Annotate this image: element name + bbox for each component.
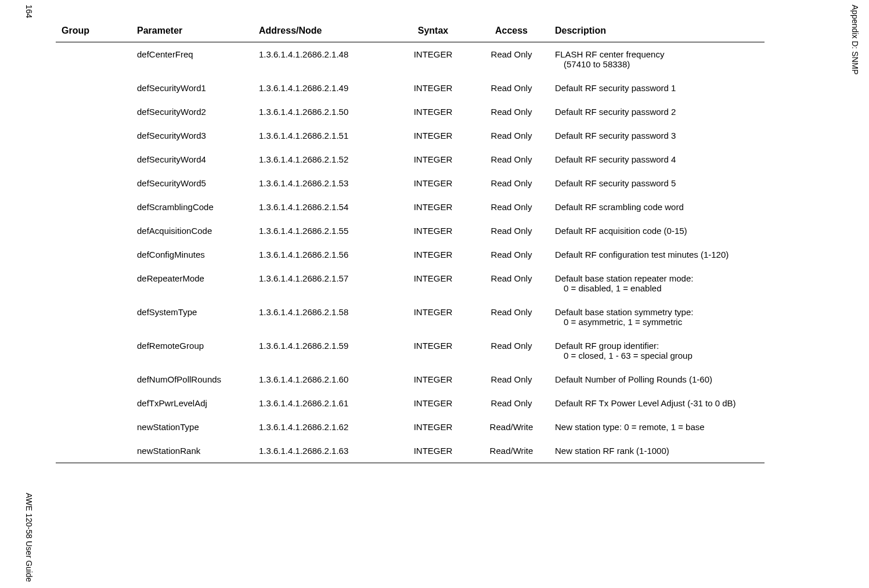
cell-group bbox=[56, 334, 131, 367]
cell-access: Read Only bbox=[474, 171, 549, 195]
desc-line1: Default Number of Polling Rounds (1-60) bbox=[555, 374, 712, 384]
cell-access: Read Only bbox=[474, 124, 549, 147]
cell-group bbox=[56, 147, 131, 171]
cell-parameter: defRemoteGroup bbox=[131, 334, 253, 367]
cell-group bbox=[56, 243, 131, 266]
desc-line1: New station RF rank (1-1000) bbox=[555, 446, 669, 456]
cell-group bbox=[56, 195, 131, 219]
cell-syntax: INTEGER bbox=[392, 219, 474, 243]
page: 164 Appendix D: SNMP AWE 120-58 User Gui… bbox=[0, 0, 869, 588]
cell-syntax: INTEGER bbox=[392, 391, 474, 415]
col-access: Access bbox=[474, 26, 549, 42]
cell-parameter: defSecurityWord3 bbox=[131, 124, 253, 147]
cell-parameter: newStationRank bbox=[131, 439, 253, 463]
cell-access: Read Only bbox=[474, 195, 549, 219]
footer-guide: AWE 120-58 User Guide bbox=[24, 493, 34, 582]
cell-description: Default base station repeater mode:0 = d… bbox=[549, 266, 765, 300]
cell-description: Default RF security password 5 bbox=[549, 171, 765, 195]
cell-group bbox=[56, 391, 131, 415]
table-row: defAcquisitionCode1.3.6.1.4.1.2686.2.1.5… bbox=[56, 219, 765, 243]
desc-line2: 0 = closed, 1 - 63 = special group bbox=[555, 351, 759, 360]
cell-syntax: INTEGER bbox=[392, 415, 474, 439]
cell-group bbox=[56, 439, 131, 463]
cell-access: Read Only bbox=[474, 42, 549, 77]
desc-line1: Default RF configuration test minutes (1… bbox=[555, 250, 729, 259]
table-row: defSecurityWord11.3.6.1.4.1.2686.2.1.49I… bbox=[56, 76, 765, 100]
cell-parameter: defConfigMinutes bbox=[131, 243, 253, 266]
cell-access: Read Only bbox=[474, 300, 549, 334]
cell-address: 1.3.6.1.4.1.2686.2.1.57 bbox=[253, 266, 392, 300]
cell-address: 1.3.6.1.4.1.2686.2.1.48 bbox=[253, 42, 392, 77]
cell-group bbox=[56, 300, 131, 334]
cell-description: FLASH RF center frequency(57410 to 58338… bbox=[549, 42, 765, 77]
table-row: defConfigMinutes1.3.6.1.4.1.2686.2.1.56I… bbox=[56, 243, 765, 266]
table-header-row: Group Parameter Address/Node Syntax Acce… bbox=[56, 26, 765, 42]
cell-parameter: deRepeaterMode bbox=[131, 266, 253, 300]
cell-description: New station RF rank (1-1000) bbox=[549, 439, 765, 463]
cell-description: Default RF configuration test minutes (1… bbox=[549, 243, 765, 266]
cell-syntax: INTEGER bbox=[392, 171, 474, 195]
cell-access: Read Only bbox=[474, 391, 549, 415]
col-parameter: Parameter bbox=[131, 26, 253, 42]
cell-access: Read/Write bbox=[474, 415, 549, 439]
cell-group bbox=[56, 415, 131, 439]
cell-syntax: INTEGER bbox=[392, 124, 474, 147]
cell-parameter: defAcquisitionCode bbox=[131, 219, 253, 243]
desc-line1: Default RF acquisition code (0-15) bbox=[555, 226, 687, 236]
cell-group bbox=[56, 266, 131, 300]
cell-description: Default RF security password 1 bbox=[549, 76, 765, 100]
desc-line1: Default RF group identifier: bbox=[555, 341, 659, 351]
table-row: newStationRank1.3.6.1.4.1.2686.2.1.63INT… bbox=[56, 439, 765, 463]
cell-parameter: defSecurityWord4 bbox=[131, 147, 253, 171]
table-row: defScramblingCode1.3.6.1.4.1.2686.2.1.54… bbox=[56, 195, 765, 219]
desc-line1: Default RF security password 5 bbox=[555, 178, 676, 188]
desc-line1: Default RF security password 3 bbox=[555, 131, 676, 140]
desc-line1: FLASH RF center frequency bbox=[555, 49, 664, 59]
cell-access: Read Only bbox=[474, 76, 549, 100]
cell-parameter: defSystemType bbox=[131, 300, 253, 334]
cell-address: 1.3.6.1.4.1.2686.2.1.54 bbox=[253, 195, 392, 219]
cell-description: Default RF scrambling code word bbox=[549, 195, 765, 219]
cell-address: 1.3.6.1.4.1.2686.2.1.52 bbox=[253, 147, 392, 171]
cell-parameter: defCenterFreq bbox=[131, 42, 253, 77]
table-row: defCenterFreq1.3.6.1.4.1.2686.2.1.48INTE… bbox=[56, 42, 765, 77]
cell-group bbox=[56, 219, 131, 243]
cell-access: Read Only bbox=[474, 367, 549, 391]
table-row: defRemoteGroup1.3.6.1.4.1.2686.2.1.59INT… bbox=[56, 334, 765, 367]
cell-access: Read Only bbox=[474, 147, 549, 171]
cell-syntax: INTEGER bbox=[392, 334, 474, 367]
cell-parameter: defSecurityWord1 bbox=[131, 76, 253, 100]
cell-group bbox=[56, 100, 131, 124]
cell-syntax: INTEGER bbox=[392, 195, 474, 219]
cell-parameter: newStationType bbox=[131, 415, 253, 439]
cell-description: Default base station symmetry type:0 = a… bbox=[549, 300, 765, 334]
cell-description: New station type: 0 = remote, 1 = base bbox=[549, 415, 765, 439]
cell-parameter: defNumOfPollRounds bbox=[131, 367, 253, 391]
desc-line1: Default base station repeater mode: bbox=[555, 273, 693, 283]
cell-syntax: INTEGER bbox=[392, 439, 474, 463]
col-syntax: Syntax bbox=[392, 26, 474, 42]
col-description: Description bbox=[549, 26, 765, 42]
cell-address: 1.3.6.1.4.1.2686.2.1.60 bbox=[253, 367, 392, 391]
table-body: defCenterFreq1.3.6.1.4.1.2686.2.1.48INTE… bbox=[56, 42, 765, 463]
desc-line1: Default RF security password 2 bbox=[555, 107, 676, 117]
cell-address: 1.3.6.1.4.1.2686.2.1.63 bbox=[253, 439, 392, 463]
desc-line1: Default base station symmetry type: bbox=[555, 307, 693, 317]
cell-address: 1.3.6.1.4.1.2686.2.1.59 bbox=[253, 334, 392, 367]
cell-address: 1.3.6.1.4.1.2686.2.1.58 bbox=[253, 300, 392, 334]
col-group: Group bbox=[56, 26, 131, 42]
cell-parameter: defTxPwrLevelAdj bbox=[131, 391, 253, 415]
cell-access: Read Only bbox=[474, 100, 549, 124]
cell-syntax: INTEGER bbox=[392, 100, 474, 124]
cell-access: Read Only bbox=[474, 334, 549, 367]
cell-address: 1.3.6.1.4.1.2686.2.1.62 bbox=[253, 415, 392, 439]
page-number: 164 bbox=[24, 5, 34, 18]
desc-line1: Default RF Tx Power Level Adjust (-31 to… bbox=[555, 398, 736, 408]
cell-parameter: defSecurityWord5 bbox=[131, 171, 253, 195]
cell-address: 1.3.6.1.4.1.2686.2.1.56 bbox=[253, 243, 392, 266]
cell-group bbox=[56, 124, 131, 147]
cell-group bbox=[56, 76, 131, 100]
cell-syntax: INTEGER bbox=[392, 42, 474, 77]
cell-description: Default RF security password 3 bbox=[549, 124, 765, 147]
cell-syntax: INTEGER bbox=[392, 300, 474, 334]
